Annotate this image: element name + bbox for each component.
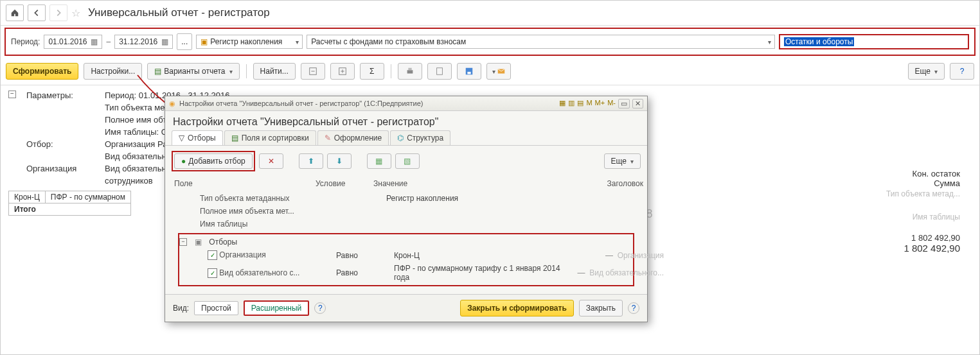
- modal-more-button[interactable]: Еще: [604, 153, 641, 169]
- sum-sub: Сумма: [886, 178, 960, 188]
- period-to-input[interactable]: 31.12.2016▦: [114, 35, 173, 49]
- clear-icon[interactable]: —: [605, 251, 613, 260]
- ghost-line2: Имя таблицы: [886, 212, 960, 221]
- col-value: Значение: [373, 179, 540, 188]
- sum-value: 1 802 492,90: [886, 233, 960, 243]
- checkbox[interactable]: [208, 250, 217, 260]
- filter-row: Тип объекта метаданных Регистр накоплени…: [172, 192, 641, 205]
- modal-app-icon: ◉: [169, 100, 175, 108]
- tb-save-button[interactable]: [457, 63, 481, 80]
- mode-select[interactable]: Остатки и обороты: [779, 34, 969, 49]
- close-button[interactable]: Закрыть: [579, 300, 623, 316]
- help-button[interactable]: ?: [950, 63, 974, 80]
- modal-calc-icon[interactable]: ▤: [577, 99, 584, 108]
- star-icon[interactable]: ☆: [71, 7, 80, 19]
- modal-close[interactable]: ✕: [632, 99, 643, 108]
- move-down-button[interactable]: ⬇: [327, 153, 352, 169]
- settings-button[interactable]: Настройки...: [84, 63, 142, 80]
- col-field: Поле: [174, 179, 316, 188]
- filter-row: Имя таблицы: [172, 218, 641, 230]
- add-filter-button[interactable]: ● Добавить отбор: [174, 153, 253, 169]
- modal-header: Настройки отчета "Универсальный отчет - …: [165, 111, 647, 130]
- col-caption: Заголовок: [540, 179, 643, 188]
- find-button[interactable]: Найти...: [253, 63, 296, 80]
- forward-button[interactable]: [49, 4, 67, 21]
- tool-a-button[interactable]: ▦: [367, 153, 391, 169]
- tab-filters[interactable]: ▽Отборы: [172, 130, 223, 145]
- tb-sum-button[interactable]: Σ: [360, 63, 384, 80]
- modal-mminus[interactable]: M-: [607, 99, 616, 108]
- folder-icon: ▣: [200, 37, 208, 46]
- filter-row: Вид обязательного с... Равно ПФР - по су…: [179, 262, 633, 284]
- filter-row: Полное имя объекта мет...: [172, 205, 641, 218]
- tab-structure[interactable]: ⌬Структура: [390, 130, 450, 145]
- tab-design[interactable]: ✎Оформление: [317, 130, 389, 145]
- org-col-label: Организация: [26, 164, 97, 173]
- period-from-input[interactable]: 01.01.2016▦: [44, 35, 102, 49]
- col-cond: Условие: [316, 179, 373, 188]
- collapse-node[interactable]: −: [179, 238, 187, 246]
- modal-mplus[interactable]: M+: [595, 99, 605, 108]
- mode-advanced[interactable]: Расширенный: [244, 300, 310, 316]
- tb-preview-button[interactable]: [427, 63, 452, 80]
- modal-m[interactable]: M: [586, 99, 592, 108]
- page-title: Универсальный отчет - регистратор: [88, 6, 270, 19]
- svg-rect-2: [407, 70, 413, 73]
- settings-dialog: ◉ Настройки отчета "Универсальный отчет …: [165, 96, 648, 322]
- view-label: Вид:: [173, 304, 189, 313]
- ghost-line1: Тип объекта метад...: [886, 189, 960, 198]
- sum-total: 1 802 492,90: [886, 243, 960, 254]
- tab-fields[interactable]: ▤Поля и сортировки: [224, 130, 316, 145]
- back-button[interactable]: [28, 4, 46, 21]
- mode-simple[interactable]: Простой: [194, 301, 238, 315]
- period-picker-button[interactable]: ...: [177, 33, 192, 50]
- period-bar-highlight: Период: 01.01.2016▦ – 31.12.2016▦ ... ▣ …: [4, 28, 976, 56]
- sigma-icon: Σ: [370, 67, 374, 76]
- period-label: Период:: [11, 37, 40, 46]
- checkbox[interactable]: [208, 268, 217, 278]
- svg-rect-4: [436, 68, 442, 75]
- plus-icon: ●: [181, 157, 186, 166]
- fields-icon: ▤: [231, 134, 238, 143]
- move-up-button[interactable]: ⬆: [299, 153, 323, 169]
- apply-close-button[interactable]: Закрыть и сформировать: [460, 300, 574, 316]
- tree-icon: ⌬: [397, 134, 404, 143]
- form-button[interactable]: Сформировать: [6, 63, 78, 80]
- collapse-toggle[interactable]: −: [8, 91, 16, 98]
- variants-icon: ▤: [154, 67, 161, 76]
- otbor-label: Отбор:: [26, 139, 97, 149]
- svg-rect-6: [467, 72, 470, 74]
- source-select[interactable]: Расчеты с фондами по страховым взносам: [307, 35, 775, 49]
- filter-row: Организация Равно Крон-Ц — Организация: [179, 248, 633, 262]
- filter-icon: ▽: [179, 134, 184, 143]
- tb-expand-button[interactable]: [301, 63, 325, 80]
- modal-window-title: Настройки отчета "Универсальный отчет - …: [179, 100, 423, 107]
- tb-mail-button[interactable]: [486, 63, 511, 80]
- svg-rect-3: [408, 68, 411, 71]
- modal-sys-icon2[interactable]: ▥: [568, 99, 575, 108]
- group-icon: ▣: [195, 238, 202, 247]
- more-button[interactable]: Еще: [908, 63, 945, 80]
- modal-help-button[interactable]: ?: [628, 302, 639, 314]
- params-label: Параметры:: [26, 91, 97, 100]
- table-row: Крон-ЦПФР - по суммарном: [9, 191, 131, 203]
- source-type-select[interactable]: ▣ Регистр накопления: [196, 35, 303, 49]
- data-table: Крон-ЦПФР - по суммарном Итого: [8, 191, 131, 216]
- modal-help-footer[interactable]: ?: [314, 302, 326, 314]
- table-row-total: Итого: [9, 203, 131, 216]
- modal-sys-icon[interactable]: ▦: [559, 99, 566, 108]
- filter-group: − ▣ Отборы: [179, 236, 633, 248]
- delete-filter-button[interactable]: ✕: [259, 153, 283, 169]
- tb-collapse-button[interactable]: [330, 63, 355, 80]
- tb-print-button[interactable]: [398, 63, 422, 80]
- dash: –: [106, 37, 111, 46]
- sum-header: Кон. остаток: [886, 169, 960, 178]
- home-button[interactable]: [6, 4, 24, 21]
- brush-icon: ✎: [325, 134, 331, 143]
- tool-b-button[interactable]: ▧: [395, 153, 420, 169]
- clear-icon[interactable]: —: [578, 268, 585, 277]
- filters-highlight-box: − ▣ Отборы Организация Равно Крон-Ц — Ор…: [178, 233, 634, 286]
- variants-button[interactable]: ▤ Варианты отчета: [147, 63, 239, 80]
- modal-minimize[interactable]: ▭: [618, 99, 630, 108]
